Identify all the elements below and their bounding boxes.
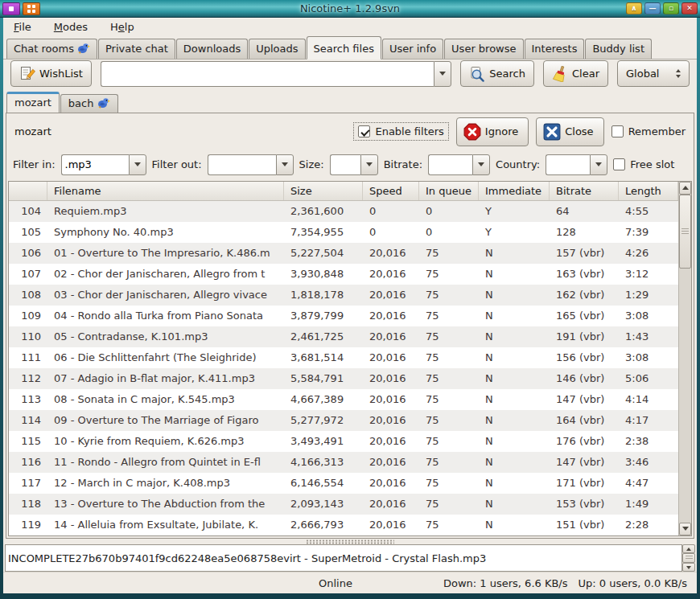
table-row[interactable]: 114 09 - Overture to The Marriage of Fig… bbox=[9, 410, 678, 431]
table-row[interactable]: 117 12 - March in C major, K.408.mp3 6,1… bbox=[9, 473, 678, 494]
cell-speed: 20,016 bbox=[363, 414, 419, 426]
workspace-icon[interactable] bbox=[23, 2, 40, 15]
search-tab-mozart[interactable]: mozart bbox=[6, 92, 60, 113]
country-input[interactable] bbox=[546, 154, 590, 175]
scroll-up-icon[interactable] bbox=[682, 544, 695, 553]
tab-buddy-list[interactable]: Buddy list bbox=[585, 39, 652, 59]
menu-file[interactable]: File bbox=[14, 21, 31, 33]
table-row[interactable]: 119 14 - Alleluia from Exsultate, Jubila… bbox=[9, 515, 678, 535]
results-scrollbar[interactable] bbox=[678, 182, 691, 535]
tab-user-browse[interactable]: User browse bbox=[444, 39, 523, 59]
maximize-button[interactable]: ▫ bbox=[663, 2, 679, 14]
ignore-button[interactable]: Ignore bbox=[456, 117, 529, 146]
cell-length: 4:14 bbox=[619, 393, 678, 405]
filter-in-dropdown[interactable] bbox=[129, 154, 146, 175]
scrollbar-track[interactable] bbox=[679, 269, 691, 523]
search-query-input[interactable] bbox=[101, 61, 434, 87]
cell-filename: 03 - Chor der Janischaren, Allegro vivac… bbox=[47, 289, 284, 301]
cell-immediate: N bbox=[479, 330, 550, 343]
tab-chat-rooms[interactable]: Chat rooms bbox=[6, 39, 97, 59]
tab-user-info[interactable]: User info bbox=[382, 39, 443, 59]
table-row[interactable]: 110 05 - Contradanse, K.101.mp3 2,461,72… bbox=[9, 326, 678, 347]
scrollbar-thumb[interactable] bbox=[679, 195, 691, 269]
column-header-speed[interactable]: Speed bbox=[363, 182, 419, 200]
size-input[interactable] bbox=[330, 154, 360, 175]
table-row[interactable]: 107 02 - Chor der Janischaren, Allegro f… bbox=[9, 264, 678, 285]
clear-button[interactable]: Clear bbox=[543, 60, 608, 87]
close-search-button[interactable]: Close bbox=[536, 117, 603, 146]
column-header-size[interactable]: Size bbox=[284, 182, 363, 200]
cell-size: 2,666,793 bbox=[284, 519, 363, 531]
table-row[interactable]: 104 Requiem.mp3 2,361,600 0 0 Y 64 4:55 bbox=[9, 201, 678, 222]
window-title: Nicotine+ 1.2.9svn bbox=[0, 2, 700, 14]
free-slot-checkbox[interactable]: Free slot bbox=[613, 158, 674, 170]
menu-help[interactable]: Help bbox=[110, 21, 134, 33]
minimize-button[interactable]: — bbox=[644, 2, 661, 14]
bitrate-dropdown[interactable] bbox=[472, 154, 490, 175]
cell-size: 2,093,143 bbox=[284, 498, 363, 510]
column-header-length[interactable]: Length bbox=[619, 182, 678, 200]
table-row[interactable]: 109 04 - Rondo alla Turka from Piano Son… bbox=[9, 306, 678, 326]
cell-filename: 13 - Overture to The Abduction from the bbox=[47, 498, 284, 510]
cell-speed: 0 bbox=[363, 205, 419, 217]
column-header-bitrate[interactable]: Bitrate bbox=[550, 182, 619, 200]
cell-index: 105 bbox=[9, 226, 47, 238]
tab-search-files[interactable]: Search files bbox=[307, 36, 381, 59]
cell-in-queue: 0 bbox=[419, 226, 479, 238]
table-row[interactable]: 108 03 - Chor der Janischaren, Allegro v… bbox=[9, 285, 678, 306]
pane-resize-handle[interactable] bbox=[3, 539, 697, 544]
table-row[interactable]: 116 11 - Rondo - Allegro from Quintet in… bbox=[9, 452, 678, 473]
cell-index: 110 bbox=[9, 330, 47, 343]
size-dropdown[interactable] bbox=[360, 154, 378, 175]
close-button[interactable]: ✕ bbox=[681, 2, 698, 14]
search-tab-bach[interactable]: bach bbox=[60, 94, 119, 113]
tab-private-chat[interactable]: Private chat bbox=[98, 39, 175, 59]
enable-filters-checkbox[interactable]: Enable filters bbox=[353, 122, 448, 141]
shade-button[interactable]: ∧ bbox=[626, 2, 642, 14]
country-dropdown[interactable] bbox=[590, 154, 607, 175]
scroll-down-icon[interactable] bbox=[679, 523, 691, 535]
table-row[interactable]: 111 06 - Die Schlittenfahrt (The Sleighr… bbox=[9, 347, 678, 368]
table-row[interactable]: 106 01 - Overture to The Impresario, K.4… bbox=[9, 243, 678, 264]
filter-in-input[interactable] bbox=[61, 154, 129, 175]
result-header-row: mozart Enable filters Ignore bbox=[6, 113, 694, 150]
table-row[interactable]: 115 10 - Kyrie from Requiem, K.626.mp3 3… bbox=[9, 431, 678, 452]
cell-index: 106 bbox=[9, 247, 47, 259]
cell-in-queue: 75 bbox=[419, 393, 479, 405]
cell-speed: 20,016 bbox=[363, 498, 419, 510]
table-row[interactable]: 105 Symphony No. 40.mp3 7,354,955 0 0 Y … bbox=[9, 222, 678, 243]
search-scope-select[interactable]: Global bbox=[617, 60, 690, 87]
menu-modes[interactable]: Modes bbox=[54, 21, 88, 33]
tab-downloads[interactable]: Downloads bbox=[176, 39, 248, 59]
wishlist-icon bbox=[19, 66, 35, 82]
cell-speed: 20,016 bbox=[363, 330, 419, 343]
column-header-immediate[interactable]: Immediate bbox=[479, 182, 550, 200]
tab-uploads[interactable]: Uploads bbox=[249, 39, 305, 59]
search-history-dropdown[interactable] bbox=[434, 61, 452, 87]
scroll-up-icon[interactable] bbox=[679, 182, 691, 195]
table-row[interactable]: 118 13 - Overture to The Abduction from … bbox=[9, 494, 678, 515]
table-row[interactable]: 112 07 - Adagio in B-flat major, K.411.m… bbox=[9, 368, 678, 389]
column-header-filename[interactable]: Filename bbox=[47, 182, 284, 200]
cell-length: 2:38 bbox=[619, 435, 678, 447]
cell-size: 2,461,725 bbox=[284, 330, 363, 343]
column-header-index[interactable] bbox=[9, 182, 47, 200]
remember-checkbox[interactable]: Remember bbox=[611, 125, 686, 137]
window-menu-icon[interactable] bbox=[2, 2, 20, 15]
tab-interests[interactable]: Interests bbox=[525, 39, 585, 59]
incomplete-file-text[interactable]: INCOMPLETE27b670b97401f9cd62248ea5e06875… bbox=[5, 544, 682, 572]
path-scrollbar[interactable] bbox=[682, 544, 695, 572]
filter-row: Filter in: Filter out: Size: bbox=[6, 150, 694, 179]
table-row[interactable]: 113 08 - Sonata in C major, K.545.mp3 4,… bbox=[9, 389, 678, 410]
scroll-down-icon[interactable] bbox=[682, 563, 695, 572]
filter-out-input[interactable] bbox=[208, 154, 276, 175]
cell-size: 3,681,514 bbox=[284, 351, 363, 363]
scrollbar-thumb[interactable] bbox=[682, 553, 695, 563]
checkbox-unchecked-icon bbox=[611, 125, 624, 137]
column-header-in-queue[interactable]: In queue bbox=[419, 182, 479, 200]
wishlist-button[interactable]: WishList bbox=[10, 60, 92, 87]
search-button[interactable]: Search bbox=[460, 60, 534, 87]
filter-out-dropdown[interactable] bbox=[276, 154, 294, 175]
cell-filename: 14 - Alleluia from Exsultate, Jubilate, … bbox=[47, 519, 284, 531]
bitrate-input[interactable] bbox=[428, 154, 472, 175]
